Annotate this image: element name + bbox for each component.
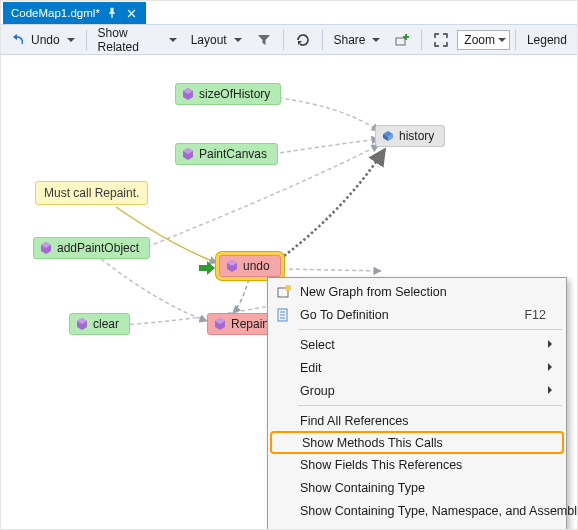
show-related-label: Show Related <box>98 26 162 54</box>
node-label: PaintCanvas <box>199 147 267 161</box>
node-clear[interactable]: clear <box>69 313 130 335</box>
add-icon <box>394 32 410 48</box>
ctx-show-containing-all[interactable]: Show Containing Type, Namespace, and Ass… <box>270 499 564 522</box>
node-label: clear <box>93 317 119 331</box>
layout-label: Layout <box>191 33 227 47</box>
node-undo[interactable]: undo <box>219 255 281 277</box>
separator <box>515 30 516 50</box>
tab-title: CodeMap1.dgml* <box>11 7 100 19</box>
node-label: undo <box>243 259 270 273</box>
ctx-label: Find All References <box>300 414 408 428</box>
undo-icon <box>11 32 27 48</box>
separator <box>86 30 87 50</box>
ctx-label: Go To Definition <box>300 308 389 322</box>
legend-button[interactable]: Legend <box>521 28 573 52</box>
show-related-button[interactable]: Show Related <box>92 28 183 52</box>
undo-label: Undo <box>31 33 60 47</box>
legend-label: Legend <box>527 33 567 47</box>
graph-canvas[interactable]: Must call Repaint. sizeOfHistory history… <box>1 55 577 529</box>
method-icon <box>182 88 194 100</box>
separator <box>322 30 323 50</box>
method-icon <box>226 260 238 272</box>
method-icon <box>76 318 88 330</box>
node-paintcanvas[interactable]: PaintCanvas <box>175 143 278 165</box>
filter-button[interactable] <box>250 28 278 52</box>
ctx-show-fields-refs[interactable]: Show Fields This References <box>270 453 564 476</box>
fit-button[interactable] <box>427 28 455 52</box>
ctx-group[interactable]: Group <box>270 379 564 402</box>
field-icon <box>382 130 394 142</box>
note-text: Must call Repaint. <box>44 186 139 200</box>
ctx-label: Edit <box>300 361 322 375</box>
refresh-icon <box>295 32 311 48</box>
ctx-edit[interactable]: Edit <box>270 356 564 379</box>
ctx-goto-def[interactable]: Go To Definition F12 <box>270 303 564 326</box>
node-addpaintobject[interactable]: addPaintObject <box>33 237 150 259</box>
tab-codemap[interactable]: CodeMap1.dgml* <box>3 2 146 24</box>
new-graph-icon <box>275 283 293 301</box>
layout-button[interactable]: Layout <box>185 28 248 52</box>
ctx-show-methods-calls[interactable]: Show Methods This Calls <box>270 431 564 454</box>
node-label: sizeOfHistory <box>199 87 270 101</box>
zoom-label: Zoom <box>464 33 495 47</box>
ctx-label: Show Containing Type, Namespace, and Ass… <box>300 504 577 518</box>
ctx-show-overridden[interactable]: Show Overridden Methods <box>270 522 564 529</box>
ctx-separator <box>298 329 562 330</box>
method-icon <box>182 148 194 160</box>
context-menu: New Graph from Selection Go To Definitio… <box>267 277 567 529</box>
node-history[interactable]: history <box>375 125 445 147</box>
goto-def-icon <box>275 306 293 324</box>
share-label: Share <box>333 33 365 47</box>
ctx-label: Show Overridden Methods <box>300 527 448 530</box>
close-icon[interactable] <box>124 5 140 21</box>
refresh-button[interactable] <box>289 28 317 52</box>
comment-note[interactable]: Must call Repaint. <box>35 181 148 205</box>
svg-rect-0 <box>396 38 405 45</box>
node-label: addPaintObject <box>57 241 139 255</box>
svg-point-2 <box>285 285 291 291</box>
ctx-show-containing-type[interactable]: Show Containing Type <box>270 476 564 499</box>
ctx-label: New Graph from Selection <box>300 285 447 299</box>
ctx-label: Show Containing Type <box>300 481 425 495</box>
filter-icon <box>256 32 272 48</box>
ctx-label: Group <box>300 384 335 398</box>
ctx-shortcut: F12 <box>524 308 546 322</box>
separator <box>421 30 422 50</box>
ctx-label: Show Methods This Calls <box>302 436 443 450</box>
toolbar: Undo Show Related Layout Share Zoom Lege… <box>1 25 577 55</box>
enter-arrow-icon <box>199 261 215 275</box>
method-icon <box>214 318 226 330</box>
zoom-dropdown[interactable]: Zoom <box>457 30 510 50</box>
ctx-select[interactable]: Select <box>270 333 564 356</box>
ctx-separator <box>298 405 562 406</box>
tab-bar: CodeMap1.dgml* <box>1 1 577 25</box>
pin-icon[interactable] <box>104 5 120 21</box>
add-button[interactable] <box>388 28 416 52</box>
ctx-new-graph[interactable]: New Graph from Selection <box>270 280 564 303</box>
fit-icon <box>433 32 449 48</box>
node-label: history <box>399 129 434 143</box>
ctx-label: Select <box>300 338 335 352</box>
ctx-label: Show Fields This References <box>300 458 462 472</box>
undo-button[interactable]: Undo <box>5 28 81 52</box>
node-sizeofhistory[interactable]: sizeOfHistory <box>175 83 281 105</box>
method-icon <box>40 242 52 254</box>
share-button[interactable]: Share <box>327 28 386 52</box>
separator <box>283 30 284 50</box>
ctx-find-all-refs[interactable]: Find All References <box>270 409 564 432</box>
